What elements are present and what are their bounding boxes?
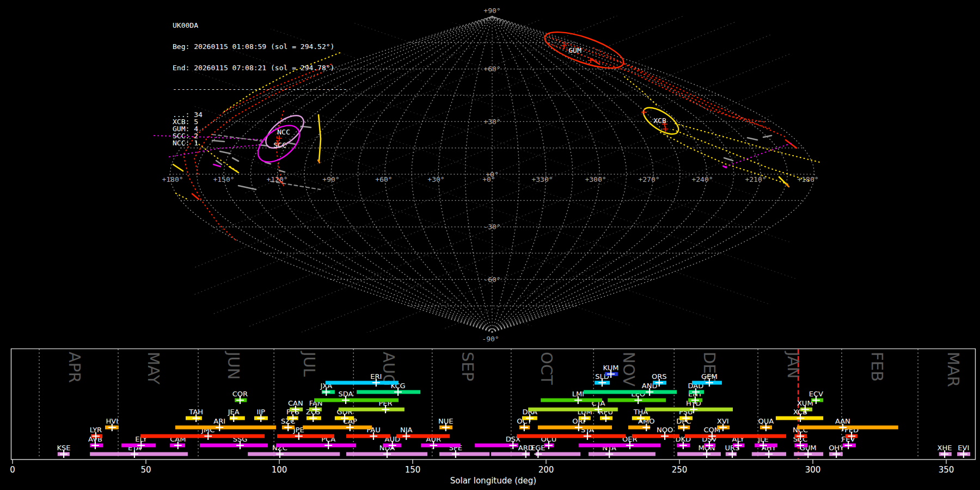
sky-map: GUMXCBNCCSCC+90°-90°+180°+150°+120°+90°+… — [0, 0, 980, 348]
longitude-label: +180° — [162, 175, 183, 183]
axis-tick-label: 150 — [405, 465, 421, 475]
shower-code-label: CAN — [288, 399, 303, 407]
shower-count: NCC: 1 — [173, 139, 347, 146]
shower-activity-bar — [200, 444, 268, 448]
shower-code-label: EGE — [531, 444, 546, 452]
latitude-label: -30° — [483, 223, 500, 231]
month-label: OCT — [537, 352, 556, 385]
shower-code-label: COR — [232, 390, 248, 398]
x-axis-title: Solar longitude (deg) — [450, 476, 536, 486]
activity-timeline-chart: APRMAYJUNJULAUGSEPOCTNOVDECJANFEBMARKSEE… — [0, 348, 980, 490]
radiant-label: GUM — [568, 46, 581, 54]
shower-activity-bar — [632, 434, 679, 438]
shower-activity-bar — [346, 434, 390, 438]
month-label: MAY — [144, 352, 163, 385]
shower-code-label: ORS — [652, 372, 667, 381]
shower-code-label: ARI — [213, 417, 225, 425]
shower-activity-bar — [326, 381, 399, 385]
shower-activity-bar — [357, 390, 420, 394]
latitude-label: +30° — [483, 118, 500, 126]
shower-activity-bar — [584, 390, 677, 394]
shower-code-label: EVI — [958, 444, 969, 452]
shower-activity-bar — [797, 426, 898, 430]
shower-trail — [624, 77, 657, 106]
shower-activity-bar — [685, 434, 786, 438]
meteor-track — [786, 184, 789, 187]
month-label: FEB — [868, 352, 886, 382]
axis-tick-label: 250 — [672, 465, 688, 475]
longitude-label: +150° — [213, 175, 234, 183]
longitude-label: +210° — [745, 175, 766, 183]
meteor-track — [173, 164, 183, 171]
shower-activity-bar — [677, 452, 721, 456]
shower-trail — [673, 130, 811, 181]
shower-code-label: JPE — [293, 426, 304, 434]
axis-tick-label: 200 — [538, 465, 554, 475]
shower-activity-bar — [517, 434, 626, 438]
month-label: MAR — [944, 352, 963, 387]
shower-bars: KSEETANZCNDASPEARDEGENTAMONURSAHYGUMOHYX… — [57, 364, 971, 458]
shower-activity-bar — [541, 399, 602, 402]
shower-code-label: AAN — [835, 417, 850, 425]
shower-activity-bar — [339, 408, 405, 412]
meteor-track — [238, 186, 256, 189]
shower-counts: ...: 34XCB: 5GUM: 4SCC: 2NCC: 1 — [173, 111, 347, 146]
shower-activity-bar — [645, 408, 733, 412]
shower-code-label: IIP — [256, 408, 265, 416]
pole-label-north: +90° — [483, 7, 500, 15]
month-label: SEP — [458, 352, 477, 381]
longitude-label: +240° — [691, 175, 713, 183]
shower-code-label: NOO — [657, 426, 673, 434]
latitude-label: -60° — [483, 275, 500, 284]
longitude-label: +120° — [266, 175, 287, 183]
shower-trail — [593, 48, 764, 122]
shower-activity-bar — [277, 434, 334, 438]
shower-code-label: KSE — [57, 444, 71, 452]
latitude-label: +0° — [486, 170, 498, 179]
meteor-track — [786, 140, 797, 148]
shower-activity-bar — [175, 426, 276, 430]
shower-code-label: XVI — [717, 417, 729, 425]
month-label: JAN — [784, 351, 803, 379]
axis-tick-label: 350 — [939, 465, 954, 475]
separator: ----------------------------------------… — [173, 85, 347, 93]
shower-activity-bar — [248, 452, 340, 456]
axis-tick-label: 0 — [10, 465, 15, 475]
shower-activity-bar — [421, 444, 461, 448]
shower-code-label: ERI — [370, 372, 382, 381]
latitude-label: +60° — [483, 65, 500, 73]
longitude-label: +270° — [638, 175, 659, 183]
shower-code-label: JEA — [228, 408, 240, 416]
shower-code-label: NUE — [438, 417, 453, 425]
radiant-cross — [641, 109, 647, 115]
session-end: End: 20260115 07:08:21 (sol = 294.78°) — [173, 64, 347, 71]
meteor-track — [763, 136, 771, 137]
shower-code-label: LYR — [90, 426, 102, 434]
shower-code-label: LMI — [572, 390, 584, 398]
radiant-cross — [561, 43, 567, 48]
shower-activity-bar — [536, 452, 580, 456]
radiant-label: XCB — [653, 117, 666, 125]
shower-activity-bar — [579, 444, 660, 448]
month-label: JUN — [224, 351, 243, 379]
meteor-track — [192, 194, 199, 199]
pole-label-south: -90° — [482, 335, 499, 343]
axis-tick-label: 50 — [140, 465, 151, 475]
shower-count: XCB: 5 — [173, 118, 347, 125]
shower-activity-bar — [589, 452, 656, 456]
axis-tick-label: 300 — [805, 465, 821, 475]
session-info-block: UK00DA Beg: 20260115 01:08:59 (sol = 294… — [173, 8, 347, 161]
longitude-label: +30° — [427, 175, 444, 183]
shower-count: GUM: 4 — [173, 125, 347, 132]
shower-code-label: XHE — [938, 444, 952, 452]
meteor-radiant-report: GUMXCBNCCSCC+90°-90°+180°+150°+120°+90°+… — [0, 0, 980, 490]
longitude-label: +330° — [531, 175, 553, 183]
shower-code-label: HVI — [106, 417, 119, 425]
month-label: NOV — [620, 352, 638, 387]
month-label: JUL — [300, 351, 318, 377]
longitude-label: +300° — [585, 175, 606, 183]
shower-code-label: GEM — [701, 372, 718, 381]
meteor-track — [216, 161, 222, 164]
shower-activity-bar — [140, 434, 265, 438]
meteor-track — [279, 170, 285, 172]
